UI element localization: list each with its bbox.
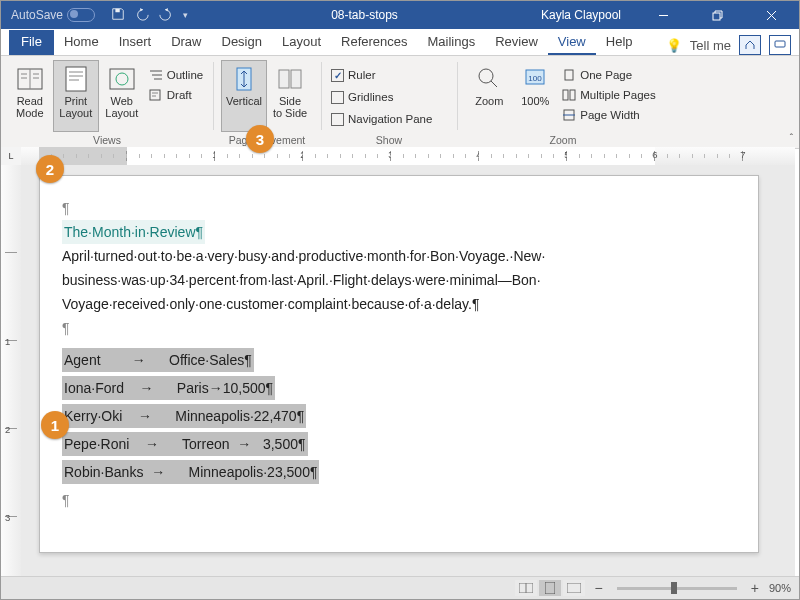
vertical-button[interactable]: Vertical [221, 60, 267, 132]
undo-icon[interactable] [135, 7, 149, 24]
web-layout-icon [108, 65, 136, 93]
tab-help[interactable]: Help [596, 30, 643, 55]
svg-rect-1 [713, 13, 720, 20]
svg-rect-5 [110, 69, 134, 89]
body-line: Voyage·received·only·one·customer·compla… [62, 292, 736, 316]
table-row: Agent → Office·Sales¶ [62, 348, 254, 372]
tab-selector[interactable]: L [1, 147, 22, 166]
page-width-button[interactable]: Page Width [562, 106, 655, 124]
print-view-icon[interactable] [539, 580, 561, 596]
svg-rect-4 [66, 67, 86, 91]
svg-rect-10 [291, 70, 301, 88]
vertical-icon [230, 65, 258, 93]
outline-button[interactable]: Outline [149, 66, 203, 84]
zoom-button[interactable]: Zoom [466, 60, 512, 132]
svg-rect-16 [570, 90, 575, 100]
read-view-icon[interactable] [515, 580, 537, 596]
svg-rect-15 [563, 90, 568, 100]
minimize-button[interactable] [641, 1, 685, 29]
tell-me[interactable]: Tell me [690, 38, 731, 53]
ribbon: Read Mode Print Layout Web Layout Outlin… [1, 56, 799, 149]
one-page-button[interactable]: One Page [562, 66, 655, 84]
tab-references[interactable]: References [331, 30, 417, 55]
svg-point-6 [116, 73, 128, 85]
zoom-percent[interactable]: 90% [769, 582, 791, 594]
ruler-checkbox[interactable]: Ruler [331, 66, 432, 84]
document-title: 08-tab-stops [188, 8, 541, 22]
pilcrow: ¶ [62, 196, 736, 220]
read-mode-icon [16, 65, 44, 93]
read-mode-button[interactable]: Read Mode [7, 60, 53, 132]
zoom-icon [475, 65, 503, 93]
autosave-toggle[interactable]: AutoSave [11, 8, 95, 22]
zoom-100-button[interactable]: 100 100% [512, 60, 558, 132]
gridlines-checkbox[interactable]: Gridlines [331, 88, 432, 106]
selected-tab-table: Agent → Office·Sales¶ Iona·Ford → Paris→… [62, 348, 736, 484]
pilcrow: ¶ [62, 488, 736, 512]
svg-rect-14 [565, 70, 573, 80]
restore-button[interactable] [695, 1, 739, 29]
callout-3: 3 [246, 125, 274, 153]
tab-review[interactable]: Review [485, 30, 548, 55]
table-row: Pepe·Roni → Torreon → 3,500¶ [62, 432, 308, 456]
callout-2: 2 [36, 155, 64, 183]
collapse-ribbon-icon[interactable]: ˆ [790, 133, 793, 144]
tab-file[interactable]: File [9, 30, 54, 55]
nav-pane-checkbox[interactable]: Navigation Pane [331, 110, 432, 128]
zoom-100-icon: 100 [521, 65, 549, 93]
title-bar: AutoSave ▾ 08-tab-stops Kayla Claypool [1, 1, 799, 29]
body-line: business·was·up·34·percent·from·last·Apr… [62, 268, 736, 292]
toggle-off-icon [67, 8, 95, 22]
table-row: Iona·Ford → Paris→10,500¶ [62, 376, 275, 400]
tab-design[interactable]: Design [212, 30, 272, 55]
horizontal-ruler[interactable]: 1 2 3 4 5 6 7 [21, 147, 795, 166]
zoom-slider[interactable] [617, 587, 737, 590]
tab-draw[interactable]: Draw [161, 30, 211, 55]
close-button[interactable] [749, 1, 793, 29]
print-layout-icon [62, 65, 90, 93]
document-area[interactable]: ¶ The·Month·in·Review¶ April·turned·out·… [21, 165, 795, 577]
tab-mailings[interactable]: Mailings [418, 30, 486, 55]
share-button[interactable] [739, 35, 761, 55]
zoom-in-button[interactable]: + [747, 580, 763, 596]
web-layout-button[interactable]: Web Layout [99, 60, 145, 132]
tab-home[interactable]: Home [54, 30, 109, 55]
callout-1: 1 [41, 411, 69, 439]
user-name[interactable]: Kayla Claypool [541, 8, 621, 22]
vertical-ruler[interactable]: 1 2 3 [1, 165, 22, 577]
table-row: Robin·Banks → Minneapolis·23,500¶ [62, 460, 319, 484]
pilcrow: ¶ [62, 316, 736, 340]
group-show-label: Show [321, 134, 457, 146]
table-row: Kerry·Oki → Minneapolis·22,470¶ [62, 404, 306, 428]
svg-rect-9 [279, 70, 289, 88]
page: ¶ The·Month·in·Review¶ April·turned·out·… [39, 175, 759, 553]
side-to-side-icon [276, 65, 304, 93]
multi-page-button[interactable]: Multiple Pages [562, 86, 655, 104]
status-bar: − + 90% [1, 576, 799, 599]
svg-rect-19 [545, 582, 555, 594]
ribbon-tabs: File Home Insert Draw Design Layout Refe… [1, 29, 799, 56]
svg-point-11 [479, 69, 493, 83]
svg-rect-20 [567, 583, 581, 593]
svg-rect-7 [150, 90, 160, 100]
tell-me-icon: 💡 [666, 38, 682, 53]
redo-icon[interactable] [159, 7, 173, 24]
zoom-out-button[interactable]: − [591, 580, 607, 596]
svg-rect-2 [775, 41, 785, 47]
tab-view[interactable]: View [548, 30, 596, 55]
draft-button[interactable]: Draft [149, 86, 203, 104]
group-zoom-label: Zoom [457, 134, 669, 146]
tab-layout[interactable]: Layout [272, 30, 331, 55]
print-layout-button[interactable]: Print Layout [53, 60, 99, 132]
doc-heading: The·Month·in·Review¶ [62, 220, 205, 244]
body-line: April·turned·out·to·be·a·very·busy·and·p… [62, 244, 736, 268]
group-views-label: Views [1, 134, 213, 146]
comments-button[interactable] [769, 35, 791, 55]
side-to-side-button[interactable]: Side to Side [267, 60, 313, 132]
save-icon[interactable] [111, 7, 125, 24]
web-view-icon[interactable] [563, 580, 585, 596]
svg-text:100: 100 [529, 74, 543, 83]
tab-insert[interactable]: Insert [109, 30, 162, 55]
